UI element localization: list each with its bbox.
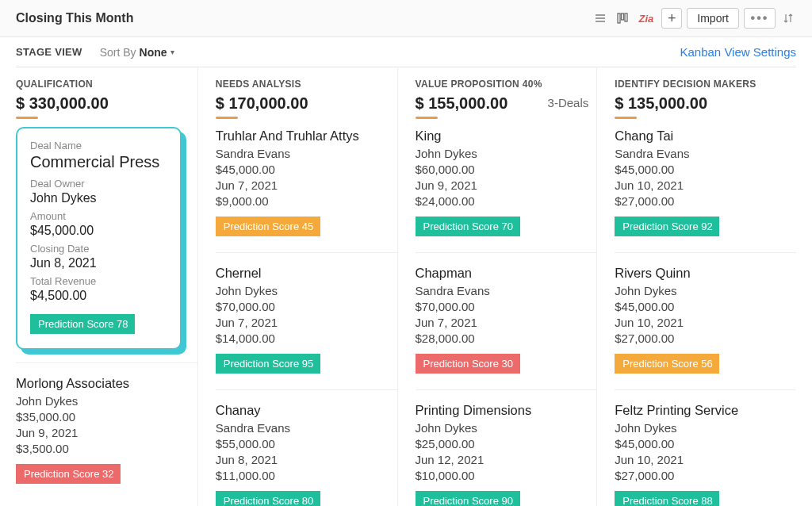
deal-name: Chanay	[216, 403, 397, 418]
label-total-revenue: Total Revenue	[30, 275, 167, 287]
deal-card[interactable]: Printing DimensionsJohn Dykes$25,000.00J…	[416, 389, 597, 506]
deal-closing-date: Jun 9, 2021	[16, 426, 197, 439]
stage-total: $ 155,000.00	[416, 94, 508, 113]
deal-owner: John Dykes	[416, 147, 597, 160]
kanban-settings-link[interactable]: Kanban View Settings	[680, 45, 797, 59]
kanban-column: QUALIFICATION$ 330,000.00Deal NameCommer…	[16, 67, 197, 506]
deal-name: Chang Tai	[615, 128, 796, 144]
prediction-score-badge: Prediction Score 95	[216, 354, 320, 374]
deal-amount: $35,000.00	[16, 410, 197, 424]
deal-closing-date: Jun 7, 2021	[216, 316, 397, 329]
stage-name: IDENTIFY DECISION MAKERS	[615, 79, 796, 90]
deal-name: Chernel	[216, 266, 397, 281]
sort-by-value: None	[140, 46, 167, 59]
deal-owner: Sandra Evans	[216, 421, 397, 435]
label-amount: Amount	[30, 210, 167, 222]
deal-card[interactable]: Rivers QuinnJohn Dykes$45,000.00Jun 10, …	[615, 252, 796, 383]
deal-amount: $45,000.00	[615, 163, 796, 176]
prediction-score-badge: Prediction Score 45	[216, 217, 320, 236]
prediction-score-badge: Prediction Score 88	[615, 491, 719, 506]
deal-name: Truhlar And Truhlar Attys	[216, 128, 397, 144]
deal-card[interactable]: Chang TaiSandra Evans$45,000.00Jun 10, 2…	[615, 127, 796, 246]
deal-owner: John Dykes	[615, 284, 796, 297]
column-header: NEEDS ANALYSIS$ 170,000.00	[216, 79, 397, 113]
sort-by-dropdown[interactable]: Sort By None ▾	[100, 46, 174, 59]
add-button[interactable]: +	[661, 8, 682, 29]
stage-total: $ 135,000.00	[615, 94, 707, 113]
label-closing-date: Closing Date	[30, 243, 167, 255]
deal-card[interactable]: Truhlar And Truhlar AttysSandra Evans$45…	[216, 127, 397, 246]
deal-card[interactable]: ChanaySandra Evans$55,000.00Jun 8, 2021$…	[216, 389, 397, 506]
deal-closing-date: Jun 10, 2021	[615, 453, 796, 466]
deal-owner: John Dykes	[615, 421, 796, 435]
deal-closing-date: Jun 7, 2021	[416, 316, 597, 329]
deal-closing-date: Jun 9, 2021	[416, 178, 597, 192]
chevron-down-icon: ▾	[170, 48, 174, 56]
prediction-score-badge: Prediction Score 78	[30, 314, 135, 334]
stage-name: VALUE PROPOSITION 40%	[416, 79, 597, 90]
deal-revenue: $27,000.00	[615, 469, 796, 482]
column-header: IDENTIFY DECISION MAKERS$ 135,000.00	[615, 79, 796, 113]
kanban-column: IDENTIFY DECISION MAKERS$ 135,000.00Chan…	[596, 67, 796, 506]
deal-closing-date: Jun 10, 2021	[615, 178, 796, 192]
deal-owner: John Dykes	[216, 284, 397, 297]
sub-bar-left: STAGE VIEW Sort By None ▾	[16, 46, 174, 59]
deal-closing-date: Jun 7, 2021	[216, 178, 397, 192]
stage-deal-count: 3-Deals	[548, 96, 589, 109]
deal-owner: John Dykes	[16, 394, 197, 408]
prediction-score-badge: Prediction Score 92	[615, 217, 719, 236]
deal-card-featured[interactable]: Deal NameCommercial PressDeal OwnerJohn …	[16, 127, 182, 350]
import-button[interactable]: Import	[687, 8, 739, 29]
page-title: Closing This Month	[16, 11, 133, 25]
zia-icon[interactable]: Zia	[636, 13, 657, 25]
deal-revenue: $28,000.00	[416, 332, 597, 345]
deal-closing-date: Jun 8, 2021	[216, 453, 397, 466]
stage-total: $ 170,000.00	[216, 94, 308, 113]
svg-rect-5	[625, 13, 627, 21]
prediction-score-badge: Prediction Score 56	[615, 354, 719, 374]
kanban-view-icon[interactable]	[614, 10, 631, 27]
deal-name: Rivers Quinn	[615, 266, 796, 281]
deal-closing-date: Jun 10, 2021	[615, 316, 796, 329]
label-deal-owner: Deal Owner	[30, 178, 167, 190]
deal-amount: $25,000.00	[416, 437, 597, 450]
stage-name: QUALIFICATION	[16, 79, 197, 90]
deal-card[interactable]: ChernelJohn Dykes$70,000.00Jun 7, 2021$1…	[216, 252, 397, 383]
deal-owner: Sandra Evans	[615, 147, 796, 160]
deal-amount: $45,000.00	[30, 224, 167, 238]
deal-amount: $55,000.00	[216, 437, 397, 450]
deal-closing-date: Jun 12, 2021	[416, 453, 597, 466]
deal-name: Commercial Press	[30, 153, 167, 171]
deal-name: Chapman	[416, 266, 597, 281]
deal-card[interactable]: KingJohn Dykes$60,000.00Jun 9, 2021$24,0…	[416, 127, 597, 246]
kanban-column: VALUE PROPOSITION 40%$ 155,000.003-Deals…	[397, 67, 597, 506]
deal-card[interactable]: Feltz Printing ServiceJohn Dykes$45,000.…	[615, 389, 796, 506]
deal-revenue: $14,000.00	[216, 332, 397, 345]
stage-view-label[interactable]: STAGE VIEW	[16, 46, 82, 58]
deal-name: Feltz Printing Service	[615, 403, 796, 418]
deal-owner: Sandra Evans	[416, 284, 597, 297]
svg-rect-3	[618, 13, 620, 23]
deal-amount: $70,000.00	[216, 300, 397, 313]
deal-name: King	[416, 128, 597, 144]
deal-amount: $45,000.00	[615, 437, 796, 450]
deal-amount: $70,000.00	[416, 300, 597, 313]
deal-owner: John Dykes	[416, 421, 597, 435]
deal-owner: Sandra Evans	[216, 147, 397, 160]
list-view-icon[interactable]	[592, 10, 609, 27]
prediction-score-badge: Prediction Score 30	[416, 354, 520, 374]
deal-revenue: $10,000.00	[416, 469, 597, 482]
prediction-score-badge: Prediction Score 90	[416, 491, 520, 506]
prediction-score-badge: Prediction Score 80	[216, 491, 320, 506]
deal-card[interactable]: Morlong AssociatesJohn Dykes$35,000.00Ju…	[16, 362, 197, 493]
column-header: VALUE PROPOSITION 40%$ 155,000.003-Deals	[416, 79, 597, 113]
more-actions-button[interactable]: •••	[744, 8, 776, 29]
top-bar: Closing This Month Zia + Import •••	[0, 0, 812, 37]
svg-rect-4	[621, 13, 623, 20]
deal-card[interactable]: ChapmanSandra Evans$70,000.00Jun 7, 2021…	[416, 252, 597, 383]
sort-toggle-icon[interactable]	[780, 10, 796, 26]
kanban-board: QUALIFICATION$ 330,000.00Deal NameCommer…	[0, 67, 812, 506]
kanban-column: NEEDS ANALYSIS$ 170,000.00Truhlar And Tr…	[197, 67, 397, 506]
sort-by-label: Sort By	[100, 46, 136, 59]
deal-closing-date: Jun 8, 2021	[30, 256, 167, 270]
